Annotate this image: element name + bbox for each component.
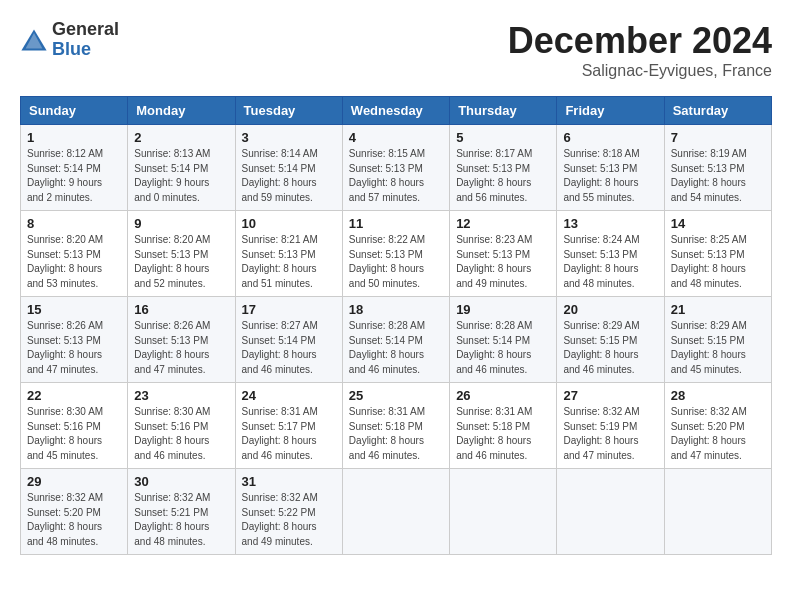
day-number: 8 xyxy=(27,216,121,231)
calendar-cell: 20Sunrise: 8:29 AMSunset: 5:15 PMDayligh… xyxy=(557,297,664,383)
day-number: 16 xyxy=(134,302,228,317)
page-header: General Blue December 2024 Salignac-Eyvi… xyxy=(20,20,772,80)
calendar-cell: 14Sunrise: 8:25 AMSunset: 5:13 PMDayligh… xyxy=(664,211,771,297)
calendar-cell: 18Sunrise: 8:28 AMSunset: 5:14 PMDayligh… xyxy=(342,297,449,383)
month-title: December 2024 xyxy=(508,20,772,62)
day-detail: Sunrise: 8:31 AMSunset: 5:18 PMDaylight:… xyxy=(456,405,550,463)
calendar-cell xyxy=(342,469,449,555)
calendar-week-row: 29Sunrise: 8:32 AMSunset: 5:20 PMDayligh… xyxy=(21,469,772,555)
day-number: 2 xyxy=(134,130,228,145)
weekday-header-saturday: Saturday xyxy=(664,97,771,125)
day-detail: Sunrise: 8:27 AMSunset: 5:14 PMDaylight:… xyxy=(242,319,336,377)
day-detail: Sunrise: 8:30 AMSunset: 5:16 PMDaylight:… xyxy=(27,405,121,463)
day-number: 12 xyxy=(456,216,550,231)
day-number: 31 xyxy=(242,474,336,489)
day-number: 14 xyxy=(671,216,765,231)
day-number: 6 xyxy=(563,130,657,145)
day-number: 25 xyxy=(349,388,443,403)
day-number: 11 xyxy=(349,216,443,231)
day-number: 23 xyxy=(134,388,228,403)
calendar-cell: 6Sunrise: 8:18 AMSunset: 5:13 PMDaylight… xyxy=(557,125,664,211)
calendar-cell: 25Sunrise: 8:31 AMSunset: 5:18 PMDayligh… xyxy=(342,383,449,469)
calendar-week-row: 22Sunrise: 8:30 AMSunset: 5:16 PMDayligh… xyxy=(21,383,772,469)
weekday-header-row: SundayMondayTuesdayWednesdayThursdayFrid… xyxy=(21,97,772,125)
location-title: Salignac-Eyvigues, France xyxy=(508,62,772,80)
day-detail: Sunrise: 8:31 AMSunset: 5:17 PMDaylight:… xyxy=(242,405,336,463)
day-number: 27 xyxy=(563,388,657,403)
day-detail: Sunrise: 8:29 AMSunset: 5:15 PMDaylight:… xyxy=(671,319,765,377)
calendar-cell: 23Sunrise: 8:30 AMSunset: 5:16 PMDayligh… xyxy=(128,383,235,469)
calendar-cell: 31Sunrise: 8:32 AMSunset: 5:22 PMDayligh… xyxy=(235,469,342,555)
calendar-cell: 1Sunrise: 8:12 AMSunset: 5:14 PMDaylight… xyxy=(21,125,128,211)
logo-general-text: General xyxy=(52,19,119,39)
day-number: 9 xyxy=(134,216,228,231)
day-detail: Sunrise: 8:32 AMSunset: 5:20 PMDaylight:… xyxy=(671,405,765,463)
day-detail: Sunrise: 8:23 AMSunset: 5:13 PMDaylight:… xyxy=(456,233,550,291)
calendar-cell: 3Sunrise: 8:14 AMSunset: 5:14 PMDaylight… xyxy=(235,125,342,211)
day-detail: Sunrise: 8:19 AMSunset: 5:13 PMDaylight:… xyxy=(671,147,765,205)
calendar-cell: 10Sunrise: 8:21 AMSunset: 5:13 PMDayligh… xyxy=(235,211,342,297)
logo: General Blue xyxy=(20,20,119,60)
day-detail: Sunrise: 8:22 AMSunset: 5:13 PMDaylight:… xyxy=(349,233,443,291)
day-detail: Sunrise: 8:32 AMSunset: 5:22 PMDaylight:… xyxy=(242,491,336,549)
day-number: 28 xyxy=(671,388,765,403)
day-detail: Sunrise: 8:29 AMSunset: 5:15 PMDaylight:… xyxy=(563,319,657,377)
weekday-header-friday: Friday xyxy=(557,97,664,125)
day-detail: Sunrise: 8:20 AMSunset: 5:13 PMDaylight:… xyxy=(134,233,228,291)
day-detail: Sunrise: 8:32 AMSunset: 5:21 PMDaylight:… xyxy=(134,491,228,549)
day-number: 3 xyxy=(242,130,336,145)
day-number: 18 xyxy=(349,302,443,317)
day-detail: Sunrise: 8:32 AMSunset: 5:20 PMDaylight:… xyxy=(27,491,121,549)
calendar-week-row: 1Sunrise: 8:12 AMSunset: 5:14 PMDaylight… xyxy=(21,125,772,211)
calendar-cell xyxy=(557,469,664,555)
weekday-header-sunday: Sunday xyxy=(21,97,128,125)
day-detail: Sunrise: 8:28 AMSunset: 5:14 PMDaylight:… xyxy=(349,319,443,377)
day-number: 22 xyxy=(27,388,121,403)
day-detail: Sunrise: 8:21 AMSunset: 5:13 PMDaylight:… xyxy=(242,233,336,291)
calendar-cell: 16Sunrise: 8:26 AMSunset: 5:13 PMDayligh… xyxy=(128,297,235,383)
weekday-header-monday: Monday xyxy=(128,97,235,125)
weekday-header-tuesday: Tuesday xyxy=(235,97,342,125)
calendar-cell: 12Sunrise: 8:23 AMSunset: 5:13 PMDayligh… xyxy=(450,211,557,297)
day-number: 21 xyxy=(671,302,765,317)
day-detail: Sunrise: 8:17 AMSunset: 5:13 PMDaylight:… xyxy=(456,147,550,205)
day-detail: Sunrise: 8:30 AMSunset: 5:16 PMDaylight:… xyxy=(134,405,228,463)
calendar-cell: 21Sunrise: 8:29 AMSunset: 5:15 PMDayligh… xyxy=(664,297,771,383)
calendar-cell: 11Sunrise: 8:22 AMSunset: 5:13 PMDayligh… xyxy=(342,211,449,297)
calendar-cell: 19Sunrise: 8:28 AMSunset: 5:14 PMDayligh… xyxy=(450,297,557,383)
day-detail: Sunrise: 8:31 AMSunset: 5:18 PMDaylight:… xyxy=(349,405,443,463)
day-number: 13 xyxy=(563,216,657,231)
day-number: 19 xyxy=(456,302,550,317)
day-number: 10 xyxy=(242,216,336,231)
day-detail: Sunrise: 8:32 AMSunset: 5:19 PMDaylight:… xyxy=(563,405,657,463)
day-number: 20 xyxy=(563,302,657,317)
calendar-cell: 24Sunrise: 8:31 AMSunset: 5:17 PMDayligh… xyxy=(235,383,342,469)
day-detail: Sunrise: 8:15 AMSunset: 5:13 PMDaylight:… xyxy=(349,147,443,205)
calendar-cell: 29Sunrise: 8:32 AMSunset: 5:20 PMDayligh… xyxy=(21,469,128,555)
calendar-cell: 7Sunrise: 8:19 AMSunset: 5:13 PMDaylight… xyxy=(664,125,771,211)
calendar-cell: 5Sunrise: 8:17 AMSunset: 5:13 PMDaylight… xyxy=(450,125,557,211)
day-detail: Sunrise: 8:25 AMSunset: 5:13 PMDaylight:… xyxy=(671,233,765,291)
day-number: 15 xyxy=(27,302,121,317)
day-detail: Sunrise: 8:18 AMSunset: 5:13 PMDaylight:… xyxy=(563,147,657,205)
day-number: 29 xyxy=(27,474,121,489)
weekday-header-thursday: Thursday xyxy=(450,97,557,125)
day-number: 30 xyxy=(134,474,228,489)
day-detail: Sunrise: 8:20 AMSunset: 5:13 PMDaylight:… xyxy=(27,233,121,291)
day-number: 26 xyxy=(456,388,550,403)
day-detail: Sunrise: 8:12 AMSunset: 5:14 PMDaylight:… xyxy=(27,147,121,205)
calendar-cell: 15Sunrise: 8:26 AMSunset: 5:13 PMDayligh… xyxy=(21,297,128,383)
calendar-cell: 22Sunrise: 8:30 AMSunset: 5:16 PMDayligh… xyxy=(21,383,128,469)
day-number: 4 xyxy=(349,130,443,145)
calendar-cell: 17Sunrise: 8:27 AMSunset: 5:14 PMDayligh… xyxy=(235,297,342,383)
day-detail: Sunrise: 8:24 AMSunset: 5:13 PMDaylight:… xyxy=(563,233,657,291)
logo-blue-text: Blue xyxy=(52,39,91,59)
calendar-cell: 28Sunrise: 8:32 AMSunset: 5:20 PMDayligh… xyxy=(664,383,771,469)
calendar-week-row: 8Sunrise: 8:20 AMSunset: 5:13 PMDaylight… xyxy=(21,211,772,297)
day-detail: Sunrise: 8:26 AMSunset: 5:13 PMDaylight:… xyxy=(134,319,228,377)
calendar-table: SundayMondayTuesdayWednesdayThursdayFrid… xyxy=(20,96,772,555)
day-number: 17 xyxy=(242,302,336,317)
calendar-cell: 8Sunrise: 8:20 AMSunset: 5:13 PMDaylight… xyxy=(21,211,128,297)
calendar-cell: 2Sunrise: 8:13 AMSunset: 5:14 PMDaylight… xyxy=(128,125,235,211)
logo-icon xyxy=(20,26,48,54)
